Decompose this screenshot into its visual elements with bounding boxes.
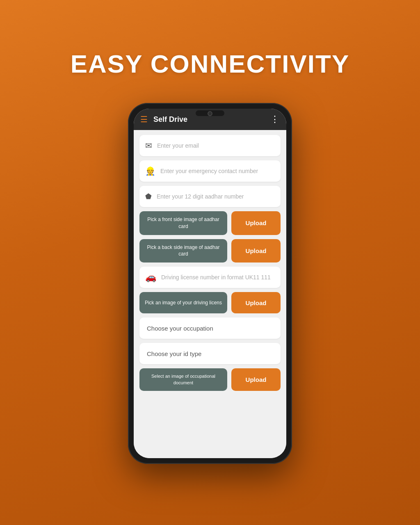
email-icon: ✉ (145, 141, 152, 151)
phone-screen: ☰ Self Drive ⋮ ✉ Enter your email 👷 Ente… (134, 109, 286, 458)
occupational-doc-row: Select an image of occupational document… (139, 368, 281, 391)
aadhar-icon: ⬟ (145, 192, 152, 201)
choose-occupation-dropdown[interactable]: Choose your occupation (139, 317, 281, 339)
upload-driving-license-button[interactable]: Upload (231, 292, 281, 313)
aadhar-placeholder: Enter your 12 digit aadhar number (157, 193, 244, 200)
screen-content: ✉ Enter your email 👷 Enter your emergenc… (134, 130, 286, 458)
driving-license-placeholder: Driving license number in format UK11 11… (161, 274, 271, 281)
upload-front-aadhar-button[interactable]: Upload (231, 211, 281, 235)
aadhar-number-field[interactable]: ⬟ Enter your 12 digit aadhar number (139, 186, 281, 207)
driving-license-image-row: Pick an image of your driving licens Upl… (139, 292, 281, 313)
upload-back-aadhar-button[interactable]: Upload (231, 239, 281, 263)
phone-camera (208, 111, 212, 116)
emergency-icon: 👷 (145, 166, 155, 176)
email-placeholder: Enter your email (157, 142, 199, 149)
app-bar-title: Self Drive (153, 115, 270, 124)
pick-occupational-doc-button[interactable]: Select an image of occupational document (139, 368, 227, 391)
choose-id-type-dropdown[interactable]: Choose your id type (139, 343, 281, 364)
front-aadhar-row: Pick a front side image of aadhar card U… (139, 211, 281, 235)
emergency-contact-field[interactable]: 👷 Enter your emergency contact number (139, 160, 281, 182)
phone-shell: ☰ Self Drive ⋮ ✉ Enter your email 👷 Ente… (128, 103, 292, 464)
upload-occupational-doc-button[interactable]: Upload (231, 368, 281, 391)
pick-driving-license-button[interactable]: Pick an image of your driving licens (139, 292, 227, 313)
page-headline: EASY CONNECTIVITY (71, 49, 350, 78)
driving-license-field[interactable]: 🚗 Driving license number in format UK11 … (139, 267, 281, 288)
car-icon: 🚗 (145, 272, 156, 283)
email-field[interactable]: ✉ Enter your email (139, 135, 281, 156)
choose-occupation-label: Choose your occupation (147, 325, 273, 332)
back-aadhar-row: Pick a back side image of aadhar card Up… (139, 239, 281, 263)
choose-id-type-label: Choose your id type (147, 350, 273, 357)
pick-front-aadhar-button[interactable]: Pick a front side image of aadhar card (139, 211, 227, 235)
emergency-placeholder: Enter your emergency contact number (160, 168, 258, 174)
menu-icon[interactable]: ☰ (140, 114, 148, 124)
more-icon[interactable]: ⋮ (270, 114, 280, 125)
pick-back-aadhar-button[interactable]: Pick a back side image of aadhar card (139, 239, 227, 263)
